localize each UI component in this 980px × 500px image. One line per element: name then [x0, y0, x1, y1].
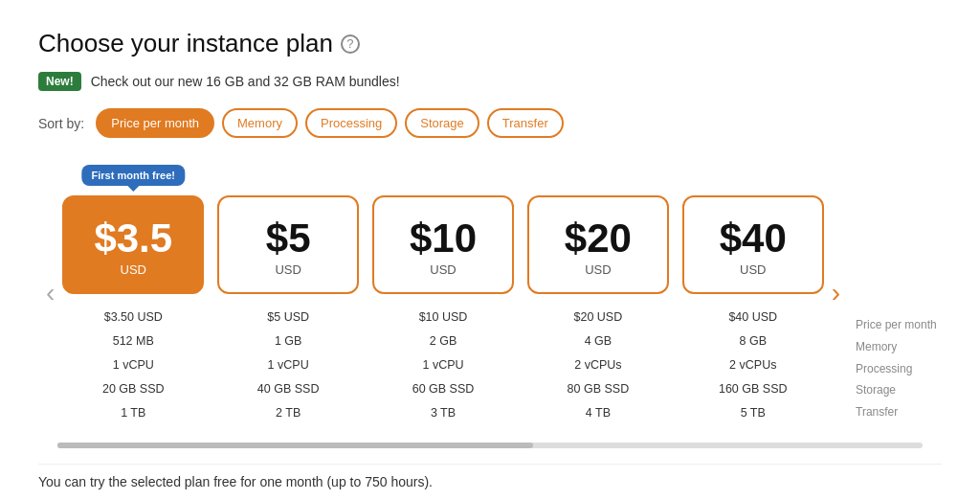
- plan-currency: USD: [275, 262, 301, 277]
- plan-price: $20: [565, 218, 632, 259]
- free-trial-note: You can try the selected plan free for o…: [38, 464, 942, 489]
- legend-transfer: Transfer: [856, 401, 942, 423]
- plan-price: $40: [720, 218, 787, 259]
- plan-card-10[interactable]: $10 USD: [372, 195, 514, 294]
- plan-card-3-5[interactable]: $3.5 USD: [62, 195, 204, 294]
- legend-storage: Storage: [856, 379, 942, 401]
- legend-processing: Processing: [856, 358, 942, 380]
- sort-transfer-button[interactable]: Transfer: [487, 108, 564, 138]
- sort-price-button[interactable]: Price per month: [96, 108, 214, 138]
- new-badge: New!: [38, 72, 81, 91]
- plan-price: $5: [266, 218, 311, 259]
- plan-details-3-5: $3.50 USD 512 MB 1 vCPU 20 GB SSD 1 TB: [62, 306, 204, 425]
- banner-text: Check out our new 16 GB and 32 GB RAM bu…: [91, 74, 400, 89]
- sort-label: Sort by:: [38, 116, 84, 131]
- plan-currency: USD: [430, 262, 456, 277]
- plan-details-40: $40 USD 8 GB 2 vCPUs 160 GB SSD 5 TB: [682, 306, 824, 425]
- sort-storage-button[interactable]: Storage: [405, 108, 479, 138]
- scrollbar-track[interactable]: [57, 443, 923, 448]
- sort-memory-button[interactable]: Memory: [222, 108, 298, 138]
- first-month-badge: First month free!: [82, 165, 185, 186]
- plan-card-5[interactable]: $5 USD: [217, 195, 359, 294]
- sort-processing-button[interactable]: Processing: [305, 108, 397, 138]
- plan-card-20[interactable]: $20 USD: [527, 195, 669, 294]
- next-arrow[interactable]: ›: [824, 278, 848, 308]
- plan-currency: USD: [740, 262, 766, 277]
- plan-details-10: $10 USD 2 GB 1 vCPU 60 GB SSD 3 TB: [372, 306, 514, 425]
- plans-section: ‹ First month free! $3.5 USD $5 USD: [38, 161, 942, 425]
- plan-currency: USD: [585, 262, 611, 277]
- page-title: Choose your instance plan ?: [38, 29, 942, 58]
- legend-price: Price per month: [856, 314, 942, 336]
- legend-memory: Memory: [856, 336, 942, 358]
- plan-price: $3.5: [94, 218, 172, 259]
- plan-currency: USD: [121, 262, 146, 277]
- legend: Price per month Memory Processing Storag…: [856, 314, 942, 425]
- new-banner: New! Check out our new 16 GB and 32 GB R…: [38, 72, 942, 91]
- sort-bar: Sort by: Price per month Memory Processi…: [38, 108, 942, 138]
- plan-details-5: $5 USD 1 GB 1 vCPU 40 GB SSD 2 TB: [217, 306, 359, 425]
- plan-details-20: $20 USD 4 GB 2 vCPUs 80 GB SSD 4 TB: [527, 306, 669, 425]
- plan-price: $10: [410, 218, 477, 259]
- prev-arrow[interactable]: ‹: [38, 278, 62, 308]
- plan-card-40[interactable]: $40 USD: [682, 195, 824, 294]
- scrollbar-thumb[interactable]: [57, 443, 533, 448]
- help-icon[interactable]: ?: [341, 34, 360, 54]
